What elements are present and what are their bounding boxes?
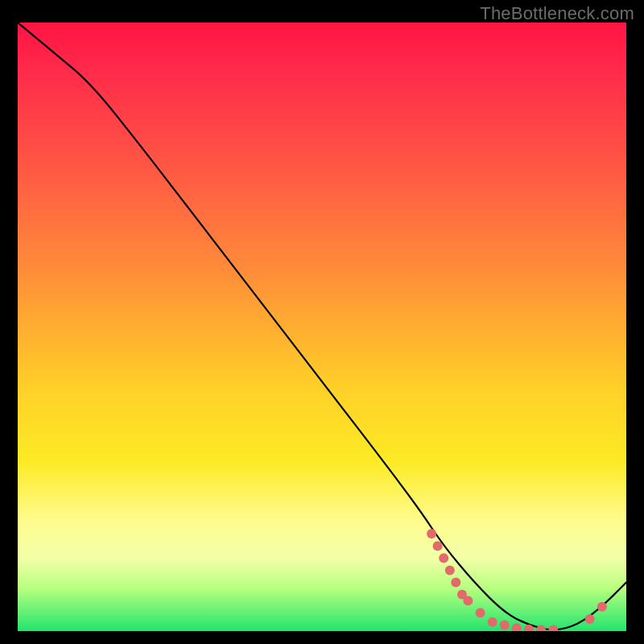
chart-container: TheBottleneck.com xyxy=(0,0,644,644)
chart-overlay xyxy=(18,23,626,631)
marker-point xyxy=(433,541,443,551)
marker-point xyxy=(500,620,510,630)
marker-group xyxy=(427,529,607,631)
marker-point xyxy=(427,529,436,539)
marker-point xyxy=(597,602,607,612)
marker-point xyxy=(439,553,448,563)
curve-line xyxy=(18,23,626,630)
watermark-text: TheBottleneck.com xyxy=(480,3,634,24)
plot-area xyxy=(18,23,626,631)
marker-point xyxy=(463,596,473,605)
marker-point xyxy=(536,625,546,632)
marker-point xyxy=(585,614,595,624)
marker-point xyxy=(548,625,558,632)
marker-point xyxy=(488,617,497,627)
marker-point xyxy=(512,623,522,631)
marker-point xyxy=(476,608,485,617)
marker-point xyxy=(445,565,455,575)
marker-point xyxy=(451,578,460,588)
